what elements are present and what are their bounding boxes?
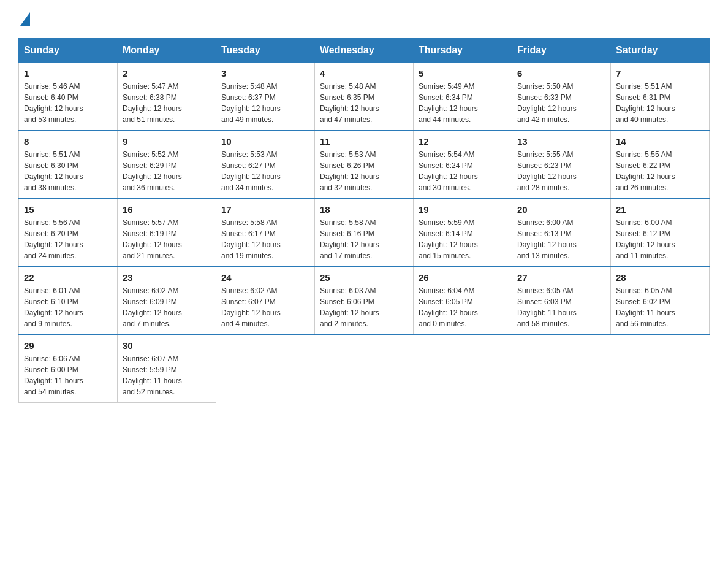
day-info: Sunrise: 5:58 AM Sunset: 6:16 PM Dayligh… [320, 217, 408, 261]
calendar-day-cell: 16 Sunrise: 5:57 AM Sunset: 6:19 PM Dayl… [118, 199, 216, 267]
calendar-day-cell: 18 Sunrise: 5:58 AM Sunset: 6:16 PM Dayl… [315, 199, 414, 267]
day-info: Sunrise: 5:58 AM Sunset: 6:17 PM Dayligh… [221, 217, 309, 261]
calendar-week-row: 29 Sunrise: 6:06 AM Sunset: 6:00 PM Dayl… [19, 335, 710, 403]
day-info: Sunrise: 6:02 AM Sunset: 6:07 PM Dayligh… [221, 285, 309, 329]
calendar-day-cell: 20 Sunrise: 6:00 AM Sunset: 6:13 PM Dayl… [512, 199, 611, 267]
logo [18, 18, 30, 26]
day-number: 8 [24, 136, 112, 147]
day-info: Sunrise: 6:00 AM Sunset: 6:13 PM Dayligh… [517, 217, 605, 261]
calendar-day-cell: 3 Sunrise: 5:48 AM Sunset: 6:37 PM Dayli… [216, 63, 315, 131]
calendar-day-cell: 1 Sunrise: 5:46 AM Sunset: 6:40 PM Dayli… [19, 63, 118, 131]
day-number: 29 [24, 340, 112, 351]
calendar-day-cell: 23 Sunrise: 6:02 AM Sunset: 6:09 PM Dayl… [118, 267, 216, 335]
calendar-day-cell: 30 Sunrise: 6:07 AM Sunset: 5:59 PM Dayl… [118, 335, 216, 403]
day-number: 4 [320, 68, 408, 79]
day-info: Sunrise: 5:53 AM Sunset: 6:26 PM Dayligh… [320, 149, 408, 193]
day-info: Sunrise: 5:57 AM Sunset: 6:19 PM Dayligh… [123, 217, 211, 261]
day-number: 17 [221, 204, 309, 215]
day-number: 13 [517, 136, 605, 147]
calendar-day-cell [512, 335, 611, 403]
calendar-table: SundayMondayTuesdayWednesdayThursdayFrid… [18, 38, 710, 403]
day-number: 25 [320, 272, 408, 283]
day-number: 28 [616, 272, 704, 283]
day-number: 2 [123, 68, 211, 79]
calendar-week-row: 22 Sunrise: 6:01 AM Sunset: 6:10 PM Dayl… [19, 267, 710, 335]
day-number: 14 [616, 136, 704, 147]
day-number: 9 [123, 136, 211, 147]
calendar-day-cell: 17 Sunrise: 5:58 AM Sunset: 6:17 PM Dayl… [216, 199, 315, 267]
weekday-header: Monday [118, 39, 216, 63]
day-number: 16 [123, 204, 211, 215]
day-number: 19 [419, 204, 507, 215]
day-info: Sunrise: 5:49 AM Sunset: 6:34 PM Dayligh… [419, 81, 507, 125]
day-info: Sunrise: 6:05 AM Sunset: 6:02 PM Dayligh… [616, 285, 704, 329]
calendar-day-cell: 14 Sunrise: 5:55 AM Sunset: 6:22 PM Dayl… [611, 131, 710, 199]
calendar-day-cell: 26 Sunrise: 6:04 AM Sunset: 6:05 PM Dayl… [414, 267, 512, 335]
day-info: Sunrise: 5:54 AM Sunset: 6:24 PM Dayligh… [419, 149, 507, 193]
weekday-header: Thursday [414, 39, 512, 63]
calendar-day-cell: 12 Sunrise: 5:54 AM Sunset: 6:24 PM Dayl… [414, 131, 512, 199]
day-info: Sunrise: 6:02 AM Sunset: 6:09 PM Dayligh… [123, 285, 211, 329]
calendar-day-cell [611, 335, 710, 403]
weekday-header: Friday [512, 39, 611, 63]
day-info: Sunrise: 6:06 AM Sunset: 6:00 PM Dayligh… [24, 353, 112, 397]
day-info: Sunrise: 6:07 AM Sunset: 5:59 PM Dayligh… [123, 353, 211, 397]
calendar-day-cell: 15 Sunrise: 5:56 AM Sunset: 6:20 PM Dayl… [19, 199, 118, 267]
weekday-header: Sunday [19, 39, 118, 63]
weekday-header-row: SundayMondayTuesdayWednesdayThursdayFrid… [19, 39, 710, 63]
day-info: Sunrise: 6:05 AM Sunset: 6:03 PM Dayligh… [517, 285, 605, 329]
calendar-day-cell: 19 Sunrise: 5:59 AM Sunset: 6:14 PM Dayl… [414, 199, 512, 267]
day-number: 20 [517, 204, 605, 215]
day-number: 24 [221, 272, 309, 283]
day-info: Sunrise: 6:01 AM Sunset: 6:10 PM Dayligh… [24, 285, 112, 329]
day-info: Sunrise: 5:47 AM Sunset: 6:38 PM Dayligh… [123, 81, 211, 125]
day-number: 10 [221, 136, 309, 147]
day-info: Sunrise: 5:59 AM Sunset: 6:14 PM Dayligh… [419, 217, 507, 261]
calendar-day-cell: 5 Sunrise: 5:49 AM Sunset: 6:34 PM Dayli… [414, 63, 512, 131]
day-number: 18 [320, 204, 408, 215]
calendar-day-cell: 21 Sunrise: 6:00 AM Sunset: 6:12 PM Dayl… [611, 199, 710, 267]
calendar-day-cell: 28 Sunrise: 6:05 AM Sunset: 6:02 PM Dayl… [611, 267, 710, 335]
day-number: 7 [616, 68, 704, 79]
weekday-header: Tuesday [216, 39, 315, 63]
calendar-day-cell: 11 Sunrise: 5:53 AM Sunset: 6:26 PM Dayl… [315, 131, 414, 199]
day-info: Sunrise: 5:46 AM Sunset: 6:40 PM Dayligh… [24, 81, 112, 125]
weekday-header: Wednesday [315, 39, 414, 63]
day-info: Sunrise: 5:55 AM Sunset: 6:23 PM Dayligh… [517, 149, 605, 193]
day-info: Sunrise: 5:51 AM Sunset: 6:31 PM Dayligh… [616, 81, 704, 125]
day-info: Sunrise: 6:03 AM Sunset: 6:06 PM Dayligh… [320, 285, 408, 329]
day-info: Sunrise: 5:48 AM Sunset: 6:37 PM Dayligh… [221, 81, 309, 125]
day-info: Sunrise: 6:00 AM Sunset: 6:12 PM Dayligh… [616, 217, 704, 261]
calendar-day-cell: 24 Sunrise: 6:02 AM Sunset: 6:07 PM Dayl… [216, 267, 315, 335]
weekday-header: Saturday [611, 39, 710, 63]
day-info: Sunrise: 5:56 AM Sunset: 6:20 PM Dayligh… [24, 217, 112, 261]
day-info: Sunrise: 6:04 AM Sunset: 6:05 PM Dayligh… [419, 285, 507, 329]
logo-triangle-icon [20, 12, 30, 26]
day-number: 12 [419, 136, 507, 147]
calendar-day-cell: 2 Sunrise: 5:47 AM Sunset: 6:38 PM Dayli… [118, 63, 216, 131]
day-info: Sunrise: 5:55 AM Sunset: 6:22 PM Dayligh… [616, 149, 704, 193]
day-number: 1 [24, 68, 112, 79]
calendar-day-cell [315, 335, 414, 403]
page-header [18, 18, 710, 26]
calendar-day-cell: 27 Sunrise: 6:05 AM Sunset: 6:03 PM Dayl… [512, 267, 611, 335]
day-info: Sunrise: 5:52 AM Sunset: 6:29 PM Dayligh… [123, 149, 211, 193]
calendar-week-row: 1 Sunrise: 5:46 AM Sunset: 6:40 PM Dayli… [19, 63, 710, 131]
day-number: 15 [24, 204, 112, 215]
calendar-week-row: 15 Sunrise: 5:56 AM Sunset: 6:20 PM Dayl… [19, 199, 710, 267]
day-number: 22 [24, 272, 112, 283]
day-info: Sunrise: 5:48 AM Sunset: 6:35 PM Dayligh… [320, 81, 408, 125]
calendar-day-cell [414, 335, 512, 403]
logo-block [18, 18, 30, 26]
calendar-day-cell: 29 Sunrise: 6:06 AM Sunset: 6:00 PM Dayl… [19, 335, 118, 403]
day-number: 6 [517, 68, 605, 79]
calendar-day-cell: 7 Sunrise: 5:51 AM Sunset: 6:31 PM Dayli… [611, 63, 710, 131]
day-number: 23 [123, 272, 211, 283]
day-number: 30 [123, 340, 211, 351]
day-number: 5 [419, 68, 507, 79]
day-info: Sunrise: 5:53 AM Sunset: 6:27 PM Dayligh… [221, 149, 309, 193]
calendar-day-cell: 13 Sunrise: 5:55 AM Sunset: 6:23 PM Dayl… [512, 131, 611, 199]
day-number: 27 [517, 272, 605, 283]
day-number: 3 [221, 68, 309, 79]
day-info: Sunrise: 5:51 AM Sunset: 6:30 PM Dayligh… [24, 149, 112, 193]
